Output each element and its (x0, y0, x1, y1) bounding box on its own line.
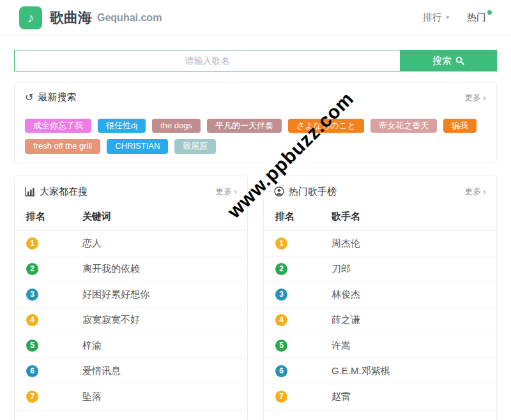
search-tag[interactable]: 平凡的一天伴奏 (207, 119, 282, 133)
hot-keywords-panel: 大家都在搜 更多 › 排名 关键词 1 恋人 2 离开我的依赖 (14, 175, 248, 420)
keyword-text: 寂寞寂寞不好 (82, 314, 236, 326)
user-icon (274, 186, 284, 197)
nav-hot-label: 热门 (467, 11, 486, 24)
chevron-right-icon: › (234, 187, 237, 196)
latest-search-header: ↺ 最新搜索 更多 › (25, 91, 486, 103)
search-tag[interactable]: 很任性dj (98, 119, 146, 133)
singer-row[interactable]: 1 周杰伦 (264, 231, 496, 257)
keyword-row[interactable]: 5 梓渝 (15, 333, 247, 359)
site-name: 歌曲海 (50, 8, 92, 27)
search-input[interactable] (14, 50, 400, 71)
hot-singers-list: 1 周杰伦 2 刀郎 3 林俊杰 4 薛之谦 (264, 231, 496, 410)
rank-badge: 7 (275, 391, 287, 403)
keyword-row[interactable]: 2 离开我的依赖 (15, 257, 247, 282)
hot-singers-more-link[interactable]: 更多 › (464, 186, 486, 197)
bar-chart-icon (25, 186, 35, 197)
rank-badge: 4 (275, 314, 287, 326)
keyword-row[interactable]: 6 爱情讯息 (15, 359, 247, 384)
rank-badge: 3 (275, 289, 287, 301)
site-domain: Gequhai.com (97, 12, 162, 24)
keyword-text: 坠落 (82, 391, 236, 403)
search-tag[interactable]: fresh off the grill (25, 139, 100, 153)
more-label: 更多 (464, 92, 481, 103)
search-tag[interactable]: CHRISTIAN (107, 139, 168, 153)
keyword-text: 好困好累好想你 (82, 289, 236, 301)
hot-singers-title: 热门歌手榜 (274, 186, 337, 198)
singer-row[interactable]: 6 G.E.M.邓紫棋 (264, 359, 496, 384)
rank-badge: 2 (275, 263, 287, 275)
keyword-text: 离开我的依赖 (82, 263, 236, 275)
singer-row[interactable]: 5 许嵩 (264, 333, 496, 359)
search-icon (455, 56, 464, 65)
hot-keywords-more-link[interactable]: 更多 › (215, 186, 237, 197)
singer-name: 赵雷 (332, 391, 485, 403)
search-tag[interactable]: 骗我 (443, 119, 477, 133)
singer-name: G.E.M.邓紫棋 (332, 365, 485, 377)
singer-name: 薛之谦 (332, 314, 485, 326)
nav-rank-label: 排行 (423, 11, 442, 24)
hot-keywords-list: 1 恋人 2 离开我的依赖 3 好困好累好想你 4 寂寞寂寞不好 (15, 231, 247, 410)
rank-badge: 4 (26, 314, 38, 326)
keyword-row[interactable]: 7 坠落 (15, 384, 247, 410)
top-bar: ♪ 歌曲海 Gequhai.com 排行 ▼ 热门 (0, 0, 511, 36)
singer-name: 周杰伦 (332, 237, 485, 250)
hot-keywords-column-headers: 排名 关键词 (15, 198, 247, 231)
rank-badge: 5 (26, 340, 38, 352)
hot-singers-header: 热门歌手榜 更多 › (264, 186, 496, 198)
keyword-row[interactable]: 1 恋人 (15, 231, 247, 257)
music-note-icon: ♪ (27, 10, 34, 26)
search-tag[interactable]: 致屈原 (174, 139, 216, 153)
more-label: 更多 (464, 186, 481, 197)
site-logo[interactable]: ♪ (19, 6, 42, 29)
search-tag[interactable]: the dogs (152, 119, 201, 133)
rank-badge: 5 (275, 340, 287, 352)
rank-badge: 1 (26, 237, 38, 250)
singer-row[interactable]: 3 林俊杰 (264, 282, 496, 308)
column-rank: 排名 (275, 211, 332, 223)
keyword-row[interactable]: 4 寂寞寂寞不好 (15, 308, 247, 333)
keyword-row[interactable]: 3 好困好累好想你 (15, 282, 247, 308)
hot-singers-column-headers: 排名 歌手名 (264, 198, 496, 231)
singer-row[interactable]: 7 赵雷 (264, 384, 496, 410)
singer-row[interactable]: 4 薛之谦 (264, 308, 496, 333)
hot-keywords-title: 大家都在搜 (25, 186, 88, 198)
search-tag[interactable]: 成全你忘了我 (25, 119, 91, 133)
hot-singers-panel: 热门歌手榜 更多 › 排名 歌手名 1 周杰伦 2 刀郎 (263, 175, 497, 420)
latest-search-title-text: 最新搜索 (38, 91, 76, 103)
keyword-text: 爱情讯息 (82, 365, 236, 377)
chevron-right-icon: › (483, 93, 486, 102)
hot-keywords-title-text: 大家都在搜 (40, 186, 88, 198)
rank-badge: 2 (26, 263, 38, 275)
search-button[interactable]: 搜索 (400, 50, 497, 71)
nav-rank-menu[interactable]: 排行 ▼ (423, 11, 450, 24)
latest-search-tags: 成全你忘了我 很任性dj the dogs 平凡的一天伴奏 さよならのこと 帝女… (25, 119, 486, 154)
hot-singers-title-text: 热门歌手榜 (289, 186, 337, 198)
singer-name: 许嵩 (332, 340, 485, 352)
singer-name: 林俊杰 (332, 289, 485, 301)
latest-search-card: ↺ 最新搜索 更多 › 成全你忘了我 很任性dj the dogs 平凡的一天伴… (14, 82, 497, 163)
search-tag[interactable]: さよならのこと (288, 119, 364, 133)
search-tag[interactable]: 帝女花之香夭 (370, 119, 437, 133)
notification-dot (487, 10, 492, 15)
column-rank: 排名 (26, 211, 82, 223)
panels-row: 大家都在搜 更多 › 排名 关键词 1 恋人 2 离开我的依赖 (14, 175, 497, 420)
chevron-right-icon: › (483, 187, 486, 196)
history-icon: ↺ (25, 93, 33, 103)
rank-badge: 7 (26, 391, 38, 403)
column-singer: 歌手名 (332, 211, 485, 223)
latest-search-more-link[interactable]: 更多 › (464, 92, 486, 103)
hot-keywords-header: 大家都在搜 更多 › (15, 186, 247, 198)
singer-row[interactable]: 2 刀郎 (264, 257, 496, 282)
caret-down-icon: ▼ (445, 15, 450, 20)
keyword-text: 梓渝 (82, 340, 236, 352)
rank-badge: 3 (26, 289, 38, 301)
rank-badge: 6 (26, 365, 38, 377)
search-bar: 搜索 (14, 50, 497, 71)
keyword-text: 恋人 (82, 237, 236, 250)
column-keyword: 关键词 (82, 211, 236, 223)
latest-search-title: ↺ 最新搜索 (25, 91, 76, 103)
search-button-label: 搜索 (432, 55, 452, 67)
nav-hot-link[interactable]: 热门 (467, 11, 492, 24)
more-label: 更多 (215, 186, 232, 197)
singer-name: 刀郎 (332, 263, 485, 275)
